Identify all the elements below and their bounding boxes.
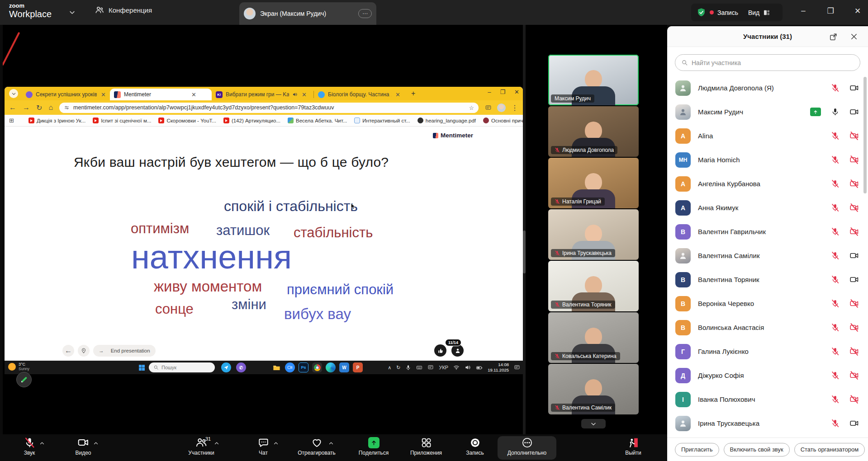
browser-restore-button[interactable]: ❐ bbox=[500, 89, 505, 95]
participant-row[interactable]: Ірина Трускавецька bbox=[667, 411, 868, 435]
notifications-icon[interactable] bbox=[514, 364, 520, 371]
end-presentation-button[interactable]: → End presentation bbox=[93, 345, 156, 357]
forward-icon[interactable]: → bbox=[23, 103, 30, 112]
close-panel-icon[interactable] bbox=[850, 33, 858, 41]
sync-icon[interactable]: ↻ bbox=[396, 365, 400, 371]
browser-tab-kahoot[interactable]: K! Вибрати режим гри — Kah ✕ bbox=[212, 89, 313, 100]
speaker-icon[interactable] bbox=[465, 364, 471, 371]
participant-row[interactable]: A Alina bbox=[667, 124, 868, 148]
view-button-label[interactable]: Вид bbox=[748, 9, 759, 16]
taskbar-weather-widget[interactable]: 3°CSunny bbox=[8, 362, 29, 372]
toolbar-leave-button[interactable]: Выйти bbox=[606, 436, 660, 460]
close-tab-icon[interactable]: ✕ bbox=[101, 91, 106, 98]
participant-row[interactable]: І Іванка Полюхович bbox=[667, 387, 868, 411]
tray-notes-icon[interactable] bbox=[427, 364, 434, 371]
audio-options-chevron-icon[interactable] bbox=[39, 441, 45, 446]
tab-conference[interactable]: Конференция bbox=[95, 5, 152, 14]
viber-icon[interactable]: ✆ bbox=[236, 362, 246, 372]
bookmark-item[interactable]: Іспит зі сценічної м... bbox=[93, 118, 151, 123]
close-button[interactable]: ✕ bbox=[851, 6, 864, 16]
toolbar-record-button[interactable]: Запись bbox=[448, 436, 502, 460]
bookmark-item[interactable]: Скоромовки - YouT... bbox=[158, 118, 216, 123]
browser-close-button[interactable]: ✕ bbox=[514, 89, 519, 95]
camera-on-icon[interactable] bbox=[849, 275, 859, 284]
annotate-pencil-button[interactable] bbox=[16, 372, 32, 387]
participants-options-chevron-icon[interactable] bbox=[214, 441, 219, 446]
claim-host-button[interactable]: Стать организатором bbox=[794, 443, 865, 456]
participant-row[interactable]: В Вероніка Черевко bbox=[667, 292, 868, 315]
mic-on-icon[interactable] bbox=[831, 108, 840, 116]
bookmark-item[interactable]: (142) Артикуляцио... bbox=[223, 118, 280, 123]
chrome-icon-active[interactable] bbox=[312, 362, 322, 372]
browser-menu-icon[interactable]: ⋮ bbox=[511, 103, 518, 112]
telegram-icon[interactable] bbox=[221, 362, 231, 372]
participants-scrollbar-thumb[interactable] bbox=[863, 77, 867, 193]
camera-on-icon[interactable] bbox=[849, 107, 859, 117]
browser-tab-mentimeter[interactable]: Mentimeter ✕ bbox=[110, 89, 212, 100]
reactions-thumb-button[interactable] bbox=[434, 344, 446, 357]
video-tile-liudmyla-dovhopola[interactable]: Людмила Довгопола bbox=[548, 106, 639, 157]
bookmark-item[interactable]: Основні причини р... bbox=[483, 118, 523, 123]
back-icon[interactable]: ← bbox=[9, 103, 16, 112]
participant-row[interactable]: В Валентин Гаврильчик bbox=[667, 220, 868, 244]
toolbar-react-button[interactable]: Отреагировать bbox=[289, 436, 344, 460]
edge-icon[interactable] bbox=[326, 362, 336, 372]
previous-slide-button[interactable]: ← bbox=[62, 345, 74, 357]
participant-row[interactable]: MH Maria Homich bbox=[667, 148, 868, 172]
browser-profile-avatar[interactable] bbox=[497, 103, 506, 112]
site-permissions-icon[interactable] bbox=[64, 105, 70, 111]
powerpoint-icon[interactable]: P bbox=[353, 362, 363, 372]
bookmark-star-icon[interactable]: ☆ bbox=[469, 104, 474, 111]
video-tile-kovalska-kateryna[interactable]: Ковальська Катерина bbox=[548, 312, 639, 363]
security-shield-icon[interactable] bbox=[697, 8, 706, 17]
bookmark-item[interactable]: Интерактивный ст... bbox=[354, 118, 410, 123]
toolbar-chat-button[interactable]: Чат bbox=[236, 436, 290, 460]
video-tile-nataliia-hrytsai[interactable]: Наталія Грицай bbox=[548, 158, 639, 208]
browser-minimize-button[interactable]: – bbox=[488, 89, 491, 95]
camera-on-icon[interactable] bbox=[849, 251, 859, 260]
participant-row[interactable]: В Волинська Анастасія bbox=[667, 315, 868, 339]
participant-row[interactable]: А Анна Якимук bbox=[667, 196, 868, 220]
browser-tab-4[interactable]: Біологія борщу. Частина 1 (3). ✕ bbox=[314, 89, 407, 100]
minimize-button[interactable]: – bbox=[797, 6, 810, 15]
unmute-self-button[interactable]: Включить свой звук bbox=[724, 443, 790, 456]
wifi-icon[interactable] bbox=[453, 364, 460, 371]
word-icon[interactable]: W bbox=[339, 362, 349, 372]
tab-shared-screen[interactable]: Экран (Максим Рудич) ⋯ bbox=[239, 2, 376, 25]
collapse-video-strip-button[interactable] bbox=[581, 419, 606, 428]
toolbar-more-button[interactable]: Дополнительно bbox=[498, 436, 556, 460]
slide-pin-button[interactable] bbox=[78, 345, 90, 357]
zoom-app-icon[interactable] bbox=[285, 362, 295, 372]
view-grid-icon[interactable] bbox=[763, 9, 770, 16]
close-tab-icon[interactable]: ✕ bbox=[302, 91, 307, 98]
taskbar-search-input[interactable] bbox=[161, 365, 207, 370]
participant-row[interactable]: Максим Рудич bbox=[667, 100, 868, 124]
chat-options-chevron-icon[interactable] bbox=[273, 441, 279, 446]
file-explorer-icon[interactable] bbox=[271, 362, 281, 372]
participant-row[interactable]: А Ангеліна Курбанова bbox=[667, 172, 868, 196]
clock-widget[interactable]: 14:0819.11.2025 bbox=[488, 362, 509, 373]
video-tile-valentyna-torianyk[interactable]: Валентина Торяник bbox=[548, 261, 639, 311]
participant-row[interactable]: Г Галина Лукієнко bbox=[667, 339, 868, 363]
video-tile-iryna-truskavetska[interactable]: Ірина Трускавецька bbox=[548, 209, 639, 260]
participant-row[interactable]: Д Діжурко Софія bbox=[667, 363, 868, 387]
workspace-chevron-down-icon[interactable] bbox=[69, 9, 76, 16]
restore-button[interactable]: ❐ bbox=[824, 6, 837, 16]
apps-grid-icon[interactable]: ⊞ bbox=[9, 117, 14, 124]
toolbar-audio-button[interactable]: Звук bbox=[2, 436, 57, 460]
browser-tab-1[interactable]: Секрети успішних уроків, коп ✕ bbox=[22, 89, 110, 100]
bookmark-item[interactable]: Дикція з Іриною Ук... bbox=[28, 118, 85, 123]
photoshop-icon[interactable]: Ps bbox=[299, 362, 308, 372]
video-tile-valentyna-samilyk[interactable]: Валентина Самілик bbox=[548, 364, 639, 414]
toolbar-video-button[interactable]: Видео bbox=[56, 436, 110, 460]
tray-expand-chevron[interactable]: ∧ bbox=[388, 365, 391, 371]
tray-keyboard-icon[interactable] bbox=[416, 364, 422, 371]
participant-search-input[interactable] bbox=[692, 59, 854, 66]
participant-row[interactable]: Валентина Самілик bbox=[667, 244, 868, 268]
toolbar-apps-button[interactable]: Приложения bbox=[399, 436, 453, 460]
invite-button[interactable]: Пригласить bbox=[675, 443, 719, 456]
tab-search-chevron-icon[interactable] bbox=[9, 89, 18, 98]
home-icon[interactable]: ⌂ bbox=[48, 103, 53, 112]
toolbar-participants-button[interactable]: 31 Участники bbox=[174, 436, 228, 460]
video-tile-maksym-rudych[interactable]: Максим Рудич bbox=[548, 55, 639, 105]
